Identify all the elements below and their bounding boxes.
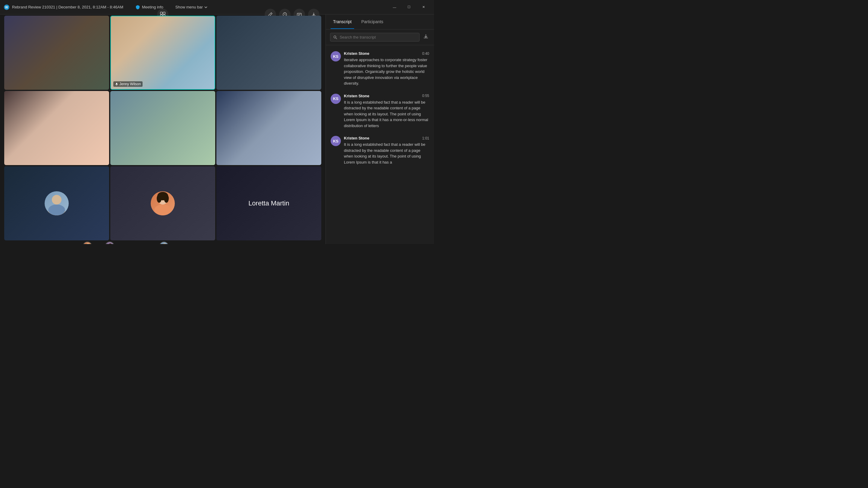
jenny-wilson-name-tag: Jenny Wilson xyxy=(113,82,143,87)
meeting-title: Rebrand Review 210321 | December 8, 2021… xyxy=(12,5,123,9)
title-bar: W Rebrand Review 210321 | December 8, 20… xyxy=(0,0,434,14)
transcript-list: KS Kristen Stone 0:40 Iterative approach… xyxy=(326,45,434,244)
video-cell-jenny-wilson: Jenny Wilson xyxy=(110,16,215,90)
window-controls: — ☐ ✕ xyxy=(388,3,430,12)
transcript-avatar-3: KS xyxy=(331,136,341,146)
transcript-item-3: KS Kristen Stone 1:01 It is a long estab… xyxy=(326,132,434,169)
tab-participants[interactable]: Participants xyxy=(359,15,386,29)
transcript-header-1: Kristen Stone 0:40 xyxy=(344,51,429,56)
transcript-time-1: 0:40 xyxy=(422,52,429,56)
video-grid: Jenny Wilson xyxy=(3,14,322,241)
minimize-btn[interactable]: — xyxy=(388,3,401,12)
transcript-download-btn[interactable] xyxy=(422,33,430,42)
transcript-time-3: 1:01 xyxy=(422,136,429,140)
svg-point-55 xyxy=(164,194,169,203)
avatar-p7-figure xyxy=(44,191,69,216)
svg-point-58 xyxy=(108,243,113,244)
search-icon xyxy=(333,35,337,39)
transcript-item-2: KS Kristen Stone 0:55 It is a long estab… xyxy=(326,90,434,133)
timeline-markers xyxy=(3,241,322,244)
transcript-header-2: Kristen Stone 0:55 xyxy=(344,94,429,98)
svg-point-60 xyxy=(162,243,167,244)
show-menu-bar-btn[interactable]: Show menu bar xyxy=(176,5,208,9)
transcript-initials-3: KS xyxy=(333,139,338,143)
transcript-name-2: Kristen Stone xyxy=(344,94,370,98)
transcript-content-1: Kristen Stone 0:40 Iterative approaches … xyxy=(344,51,429,87)
tab-transcript[interactable]: Transcript xyxy=(331,15,354,29)
avatar-p8-figure xyxy=(151,191,175,216)
svg-point-72 xyxy=(334,36,336,38)
panel-search xyxy=(326,30,434,45)
svg-line-73 xyxy=(336,38,337,39)
transcript-initials-1: KS xyxy=(333,54,338,59)
jenny-wilson-label: Jenny Wilson xyxy=(119,82,141,86)
transcript-content-2: Kristen Stone 0:55 It is a long establis… xyxy=(344,94,429,129)
transcript-time-2: 0:55 xyxy=(422,94,429,98)
video-cell-p5 xyxy=(110,91,215,165)
transcript-content-3: Kristen Stone 1:01 It is a long establis… xyxy=(344,136,429,165)
maximize-btn[interactable]: ☐ xyxy=(402,3,416,12)
transcript-avatar-1: KS xyxy=(331,51,341,61)
video-cell-p7 xyxy=(4,166,109,240)
transcript-text-3: It is a long established fact that a rea… xyxy=(344,141,429,165)
video-area: Jenny Wilson xyxy=(0,14,326,244)
playback-area: 00:00:00 00:00:00 Pause xyxy=(0,241,326,244)
panel-tabs: Transcript Participants xyxy=(326,14,434,30)
transcript-initials-2: KS xyxy=(333,96,338,101)
main-container: Jenny Wilson xyxy=(0,14,434,244)
transcript-item-1: KS Kristen Stone 0:40 Iterative approach… xyxy=(326,47,434,90)
webex-logo: W xyxy=(4,4,10,10)
loretta-martin-name: Loretta Martin xyxy=(248,199,289,207)
shield-icon xyxy=(135,5,140,10)
transcript-avatar-2: KS xyxy=(331,94,341,104)
download-transcript-icon xyxy=(423,34,429,39)
transcript-text-1: Iterative approaches to corporate strate… xyxy=(344,57,429,87)
svg-rect-24 xyxy=(116,83,117,85)
video-cell-p3 xyxy=(216,16,321,90)
search-input[interactable] xyxy=(340,35,416,39)
svg-rect-2 xyxy=(160,12,162,14)
svg-point-56 xyxy=(86,243,90,244)
video-cell-p6 xyxy=(216,91,321,165)
timeline-avatar-2 xyxy=(105,241,115,244)
video-cell-loretta-martin: Loretta Martin xyxy=(216,166,321,240)
right-panel: Transcript Participants xyxy=(326,14,434,244)
svg-point-52 xyxy=(154,204,171,216)
svg-point-47 xyxy=(52,195,61,204)
close-btn[interactable]: ✕ xyxy=(416,3,430,12)
svg-text:W: W xyxy=(5,6,8,9)
timeline-avatar-1 xyxy=(83,241,92,244)
timeline-avatar-3 xyxy=(159,241,169,244)
transcript-name-3: Kristen Stone xyxy=(344,136,370,140)
chevron-down-icon xyxy=(204,5,208,9)
svg-point-54 xyxy=(157,194,161,203)
avatar-p7 xyxy=(44,191,69,216)
transcript-text-2: It is a long established fact that a rea… xyxy=(344,99,429,129)
search-input-wrap[interactable] xyxy=(330,33,420,41)
svg-point-49 xyxy=(48,204,65,216)
video-cell-p4 xyxy=(4,91,109,165)
svg-rect-3 xyxy=(163,12,165,14)
transcript-name-1: Kristen Stone xyxy=(344,51,370,56)
show-menu-label: Show menu bar xyxy=(176,5,203,9)
transcript-header-3: Kristen Stone 1:01 xyxy=(344,136,429,140)
avatar-p8 xyxy=(151,191,175,216)
mic-icon xyxy=(115,83,118,86)
video-cell-p8 xyxy=(110,166,215,240)
video-cell-p1 xyxy=(4,16,109,90)
